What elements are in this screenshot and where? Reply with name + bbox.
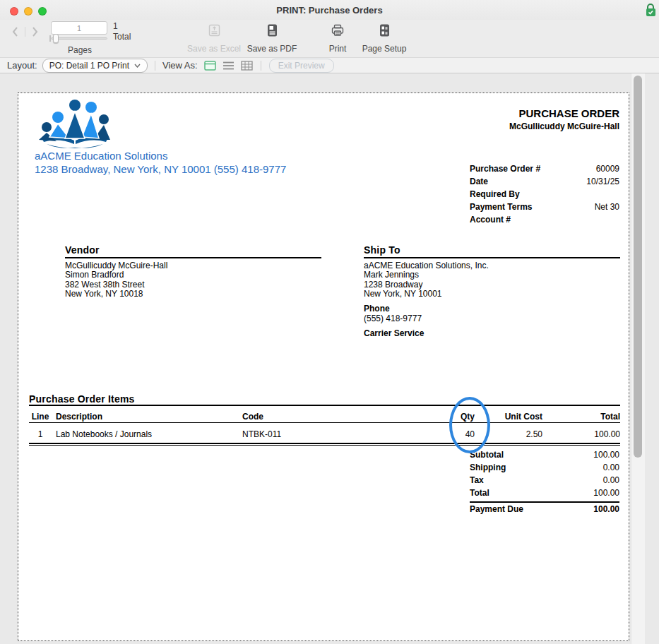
window-title: PRINT: Purchase Orders: [0, 5, 659, 16]
vendor-line: 382 West 38th Street: [65, 280, 167, 290]
item-line: 1: [28, 429, 52, 439]
ship-to-rule: [364, 257, 620, 258]
po-info-row: Payment TermsNet 30: [470, 202, 619, 215]
company-address: 1238 Broadway, New York, NY 10001 (555) …: [35, 163, 286, 175]
ship-to-line: aACME Education Solutions, Inc.: [364, 261, 489, 270]
page-setup-button[interactable]: Page Setup: [359, 24, 410, 54]
po-info-row: Required By: [470, 189, 619, 202]
company-name: aACME Education Solutions: [35, 150, 167, 162]
col-header-total: Total: [557, 412, 620, 422]
po-number-value: 60009: [596, 164, 619, 177]
item-code: NTBK-011: [242, 429, 281, 439]
col-header-unit-cost: Unit Cost: [485, 412, 542, 422]
phone-label: Phone: [364, 304, 390, 314]
print-label: Print: [316, 44, 359, 54]
ship-to-section-title: Ship To: [364, 244, 400, 256]
po-number-label: Purchase Order #: [470, 164, 540, 177]
po-date-value: 10/31/25: [586, 177, 619, 189]
vendor-line: New York, NY 10018: [65, 290, 167, 299]
carrier-service-label: Carrier Service: [364, 329, 424, 338]
payment-due-rule: [470, 501, 619, 503]
tax-value: 0.00: [603, 475, 619, 488]
layout-dropdown[interactable]: PO: Detail 1 PO Print: [42, 59, 148, 73]
next-record-button[interactable]: [31, 26, 39, 37]
shipping-value: 0.00: [603, 463, 619, 475]
window-titlebar: PRINT: Purchase Orders: [0, 0, 659, 20]
totals-row: Total100.00: [470, 488, 619, 501]
po-info-row: Date10/31/25: [470, 177, 619, 189]
lock-badge-icon: [645, 3, 656, 17]
save-pdf-label: Save as PDF: [247, 44, 297, 54]
chevron-down-icon: [134, 64, 141, 68]
preview-content-area: aACME Education Solutions 1238 Broadway,…: [0, 73, 659, 644]
tax-label: Tax: [470, 475, 484, 488]
po-info-row: Purchase Order #60009: [470, 164, 619, 177]
status-toolbar: 1 Total Pages Save as Excel Save as PDF: [0, 20, 659, 57]
form-view-button[interactable]: [204, 61, 216, 71]
items-bottom-rule: [29, 443, 620, 446]
vendor-line: McGullicuddy McGuire-Hall: [65, 261, 167, 270]
layoutbar-divider: [155, 61, 155, 71]
ship-to-line: Mark Jennings: [364, 270, 489, 280]
scrollbar-thumb[interactable]: [634, 76, 642, 458]
vendor-rule: [65, 257, 321, 258]
col-header-code: Code: [242, 412, 263, 422]
po-info-row: Account #: [470, 215, 619, 227]
ship-to-line: 1238 Broadway: [364, 280, 489, 290]
totals-row: Subtotal100.00: [470, 450, 619, 463]
total-pages-value: 1: [113, 21, 131, 32]
po-document-title: PURCHASE ORDER: [518, 107, 619, 119]
current-page-input[interactable]: [51, 21, 107, 35]
vendor-address-block: McGullicuddy McGuire-Hall Simon Bradford…: [65, 261, 167, 299]
vendor-section-title: Vendor: [65, 244, 100, 256]
totals-row: Shipping0.00: [470, 463, 619, 475]
page-slider[interactable]: [51, 37, 107, 40]
exit-preview-button[interactable]: Exit Preview: [269, 59, 334, 73]
col-header-line: Line: [28, 412, 52, 422]
po-header-vendor-name: McGullicuddy McGuire-Hall: [509, 121, 619, 131]
po-payment-terms-label: Payment Terms: [470, 202, 532, 215]
shipping-label: Shipping: [470, 463, 506, 475]
subtotal-value: 100.00: [593, 450, 619, 463]
layout-bar: Layout: PO: Detail 1 PO Print View As: E…: [0, 57, 659, 73]
po-payment-terms-value: Net 30: [595, 202, 619, 215]
pages-section-label: Pages: [68, 45, 92, 55]
totals-row: Tax0.00: [470, 475, 619, 488]
item-unit-cost: 2.50: [485, 429, 542, 439]
company-logo: [35, 97, 114, 150]
item-description: Lab Notebooks / Journals: [56, 429, 152, 439]
po-date-label: Date: [470, 177, 488, 189]
total-label: Total: [470, 488, 489, 501]
page-slider-thumb[interactable]: [53, 34, 59, 43]
po-required-by-label: Required By: [470, 189, 520, 202]
save-excel-icon: [208, 24, 220, 37]
save-as-pdf-button[interactable]: Save as PDF: [247, 24, 297, 54]
page-slider-tick: [49, 35, 51, 42]
layoutbar-divider-2: [261, 61, 261, 71]
previous-record-button[interactable]: [11, 26, 19, 37]
save-excel-label: Save as Excel: [185, 44, 243, 54]
save-pdf-icon: [267, 24, 278, 37]
view-as-label: View As:: [162, 60, 198, 71]
page-setup-icon: [379, 24, 390, 37]
ship-to-line: New York, NY 10001: [364, 290, 489, 299]
items-section-title: Purchase Order Items: [29, 393, 135, 405]
print-icon: [331, 24, 344, 37]
items-header-rule: [29, 422, 620, 423]
phone-value: (555) 418-9777: [364, 314, 422, 323]
print-button[interactable]: Print: [316, 24, 359, 54]
vendor-line: Simon Bradford: [65, 270, 167, 280]
page-setup-label: Page Setup: [359, 44, 410, 54]
nav-divider: [25, 27, 25, 37]
po-account-label: Account #: [470, 215, 511, 227]
payment-due-value: 100.00: [593, 504, 619, 517]
list-view-button[interactable]: [222, 61, 234, 71]
ship-to-address-block: aACME Education Solutions, Inc. Mark Jen…: [364, 261, 489, 299]
save-as-excel-button[interactable]: Save as Excel: [185, 24, 243, 54]
item-total: 100.00: [557, 429, 620, 439]
table-view-button[interactable]: [241, 61, 253, 71]
qty-annotation-circle: [449, 397, 490, 453]
total-value: 100.00: [593, 488, 619, 501]
items-title-rule: [29, 405, 620, 406]
layout-dropdown-value: PO: Detail 1 PO Print: [49, 61, 129, 71]
